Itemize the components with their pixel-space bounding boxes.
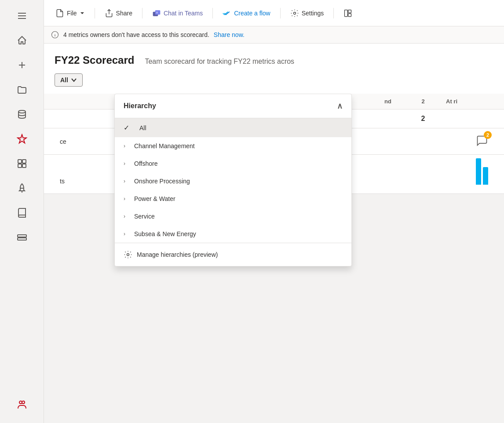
sidebar-item-dashboard[interactable] <box>9 152 35 175</box>
collapse-icon[interactable]: ∧ <box>337 101 343 111</box>
dropdown-item-label-all: All <box>139 124 146 131</box>
hierarchy-filter-button[interactable]: All <box>55 73 83 87</box>
svg-rect-21 <box>348 10 351 13</box>
dropdown-title: Hierarchy <box>124 102 156 110</box>
expand-icon-1: › <box>124 143 125 149</box>
sidebar-item-learn[interactable] <box>9 201 35 224</box>
expand-icon-3: › <box>124 178 125 184</box>
notification-message: 4 metrics owners don't have access to th… <box>63 31 209 38</box>
sidebar-item-add[interactable] <box>9 54 35 77</box>
info-icon <box>51 31 59 39</box>
comment-count-badge: 2 <box>484 131 492 139</box>
file-chevron-icon <box>80 11 85 16</box>
svg-rect-7 <box>22 160 26 163</box>
sidebar-item-home[interactable] <box>9 29 35 52</box>
main-content: File Share T Chat in Teams <box>44 0 504 423</box>
dropdown-item-onshore[interactable]: › Onshore Processing <box>115 172 351 190</box>
flow-label: Create a flow <box>234 10 270 17</box>
progress-bar-2 <box>483 167 488 185</box>
teams-button[interactable]: T Chat in Teams <box>148 6 207 20</box>
toolbar-divider-4 <box>280 8 281 18</box>
share-label: Share <box>116 10 132 17</box>
teams-icon: T <box>152 9 161 18</box>
th-number: nd <box>370 94 405 109</box>
sidebar <box>0 0 44 423</box>
svg-rect-6 <box>18 160 22 163</box>
dropdown-item-label-4: Power & Water <box>134 195 175 202</box>
dropdown-item-offshore[interactable]: › Offshore <box>115 155 351 172</box>
table-area: nd 2 At ri 2 ce 2 <box>44 94 504 423</box>
toolbar: File Share T Chat in Teams <box>44 0 504 26</box>
expand-icon-4: › <box>124 196 125 202</box>
create-flow-button[interactable]: Create a flow <box>218 6 274 20</box>
scorecard-description: Team scorecard for tracking FY22 metrics… <box>145 58 294 66</box>
svg-point-5 <box>18 110 26 113</box>
dropdown-item-subsea[interactable]: › Subsea & New Energy <box>115 225 351 243</box>
share-now-link[interactable]: Share now. <box>214 31 245 38</box>
filter-bar: All <box>44 73 504 94</box>
svg-rect-22 <box>348 13 351 16</box>
dropdown-item-label-1: Channel Management <box>134 142 195 150</box>
sidebar-item-database[interactable] <box>9 103 35 126</box>
manage-hierarchies-label: Manage hierarchies (preview) <box>137 251 218 258</box>
notification-bar: 4 metrics owners don't have access to th… <box>44 26 504 44</box>
td-number-1: 2 <box>405 109 441 128</box>
expand-icon-5: › <box>124 213 125 219</box>
td-progress-3 <box>471 155 493 190</box>
dropdown-item-channel-management[interactable]: › Channel Management <box>115 137 351 155</box>
svg-rect-9 <box>22 164 26 168</box>
svg-point-26 <box>127 254 129 256</box>
sidebar-item-rocket[interactable] <box>9 177 35 200</box>
settings-button[interactable]: Settings <box>286 6 329 20</box>
settings-label: Settings <box>302 10 324 17</box>
svg-rect-20 <box>345 10 348 16</box>
sidebar-item-menu[interactable] <box>9 4 35 27</box>
svg-point-19 <box>293 12 296 14</box>
hierarchy-dropdown: Hierarchy ∧ ✓ All › Channel Management ›… <box>114 94 352 266</box>
th-count: 2 <box>405 94 441 109</box>
td-at-1 <box>441 113 493 124</box>
svg-rect-8 <box>18 164 22 168</box>
td-comment-2: 2 <box>471 129 493 153</box>
settings-icon <box>290 9 299 18</box>
expand-icon-6: › <box>124 231 125 237</box>
dropdown-footer[interactable]: Manage hierarchies (preview) <box>115 243 351 266</box>
dropdown-item-label-3: Onshore Processing <box>134 178 190 185</box>
filter-chevron-icon <box>71 77 77 83</box>
scorecard-header: FY22 Scorecard Team scorecard for tracki… <box>44 44 504 73</box>
view-toggle-button[interactable] <box>339 6 357 20</box>
toolbar-divider-1 <box>95 8 95 18</box>
toolbar-divider-3 <box>212 8 213 18</box>
dropdown-item-power-water[interactable]: › Power & Water <box>115 190 351 208</box>
sidebar-item-people[interactable] <box>9 393 35 416</box>
progress-bar-1 <box>476 158 481 185</box>
sidebar-item-layers[interactable] <box>9 226 35 249</box>
view-icon <box>343 9 352 18</box>
check-icon: ✓ <box>124 124 132 132</box>
comment-badge-wrapper: 2 <box>476 135 488 148</box>
dropdown-header: Hierarchy ∧ <box>115 94 351 118</box>
svg-rect-12 <box>18 238 26 240</box>
dropdown-item-service[interactable]: › Service <box>115 208 351 225</box>
svg-rect-11 <box>18 235 26 237</box>
scorecard-title: FY22 Scorecard <box>55 54 134 66</box>
sidebar-item-goals[interactable] <box>9 128 35 150</box>
flow-icon <box>223 9 231 18</box>
dropdown-item-label-2: Offshore <box>134 160 157 167</box>
expand-icon-2: › <box>124 160 125 167</box>
manage-hierarchies-gear-icon <box>124 250 132 259</box>
th-at-risk: At ri <box>441 94 493 109</box>
filter-label: All <box>60 77 68 84</box>
dropdown-item-label-6: Subsea & New Energy <box>134 230 196 237</box>
file-button[interactable]: File <box>51 6 89 20</box>
sidebar-item-folder[interactable] <box>9 78 35 101</box>
teams-label: Chat in Teams <box>164 10 203 17</box>
dropdown-item-all[interactable]: ✓ All <box>115 118 351 137</box>
toolbar-divider-2 <box>142 8 142 18</box>
svg-text:T: T <box>156 11 158 14</box>
dropdown-item-label-5: Service <box>134 213 155 220</box>
share-button[interactable]: Share <box>100 6 137 20</box>
file-label: File <box>67 10 77 17</box>
svg-point-14 <box>22 401 25 404</box>
toolbar-divider-5 <box>333 8 334 18</box>
